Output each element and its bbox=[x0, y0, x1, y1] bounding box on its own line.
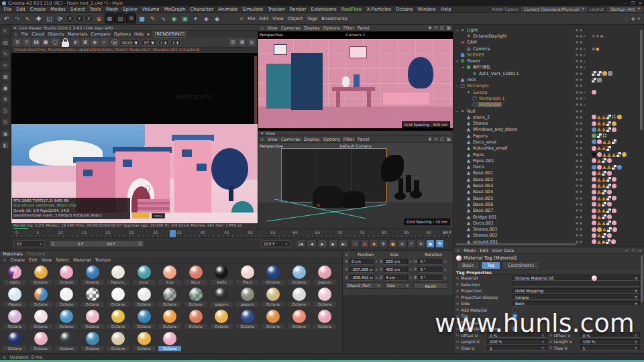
material-tag[interactable] bbox=[602, 190, 606, 194]
material-ball[interactable] bbox=[60, 288, 73, 301]
render-visibility-dot[interactable] bbox=[580, 122, 582, 125]
visibility-toggles[interactable] bbox=[576, 234, 592, 237]
stepper-icon[interactable]: ⬍ bbox=[409, 276, 412, 280]
material-tag[interactable] bbox=[592, 90, 596, 95]
editor-visibility-dot[interactable] bbox=[576, 216, 578, 219]
material-ball[interactable] bbox=[318, 310, 331, 323]
material-swatch-octane[interactable]: Octane bbox=[28, 265, 54, 287]
focus-picker-icon[interactable]: ◐ bbox=[72, 38, 80, 46]
render-visibility-dot[interactable] bbox=[580, 60, 582, 62]
panel-options-icon[interactable]: ▾ bbox=[637, 16, 640, 21]
object-name[interactable]: Base.001 bbox=[472, 170, 494, 176]
render-visibility-dot[interactable] bbox=[580, 110, 582, 113]
object-name[interactable]: Deco bbox=[472, 164, 486, 170]
visibility-toggles[interactable]: ✓ bbox=[576, 59, 592, 64]
render-visibility-dot[interactable] bbox=[580, 228, 582, 231]
play-button[interactable]: ▶ bbox=[317, 239, 327, 248]
restart-render-icon[interactable]: ⟳ bbox=[23, 38, 31, 46]
menu-x-particles[interactable]: X-Particles bbox=[364, 7, 393, 12]
toggle-view-icon[interactable]: ▣ bbox=[446, 25, 451, 31]
add-mograph-icon[interactable]: ◉ bbox=[169, 13, 179, 23]
attribute-scrollbar[interactable] bbox=[641, 255, 643, 302]
search-icon[interactable]: ◌ bbox=[625, 16, 629, 21]
material-ball[interactable] bbox=[60, 310, 73, 323]
visibility-toggles[interactable] bbox=[576, 128, 592, 131]
object-name[interactable]: Sweep bbox=[472, 90, 489, 95]
material-tag[interactable] bbox=[597, 221, 601, 225]
editor-visibility-dot[interactable] bbox=[576, 48, 578, 50]
visibility-toggles[interactable]: ✓ bbox=[576, 90, 592, 95]
material-tag[interactable] bbox=[622, 152, 627, 157]
editor-visibility-dot[interactable] bbox=[576, 97, 578, 100]
material-ball[interactable] bbox=[8, 310, 21, 323]
material-tag[interactable] bbox=[592, 171, 596, 176]
material-tag[interactable] bbox=[597, 121, 601, 125]
material-tag[interactable] bbox=[606, 239, 610, 244]
record-button[interactable]: ⊙ bbox=[351, 239, 360, 248]
range-grip-right[interactable] bbox=[139, 241, 142, 246]
object-row-octanedaylight[interactable]: ☀OctaneDaylight✓≈☀⊕ bbox=[453, 33, 644, 39]
material-ball[interactable] bbox=[34, 332, 48, 345]
projection-display-select[interactable]: Simple▼ bbox=[513, 294, 640, 300]
material-ball[interactable] bbox=[111, 265, 125, 279]
close-button[interactable]: ✕ bbox=[639, 1, 642, 5]
material-tag[interactable] bbox=[607, 140, 611, 144]
material-ball[interactable] bbox=[292, 265, 306, 279]
knife-tool-icon[interactable]: ✂ bbox=[1, 61, 9, 69]
menu-mograph[interactable]: MoGraph bbox=[162, 7, 188, 12]
object-row-bridge-001[interactable]: ▲Bridge.001 bbox=[453, 214, 644, 220]
material-tag[interactable] bbox=[597, 190, 601, 194]
tab-timeline[interactable]: Timeline bbox=[27, 251, 46, 257]
attr-menu-user-data[interactable]: User Data bbox=[492, 248, 514, 253]
editor-visibility-dot[interactable] bbox=[576, 209, 578, 212]
object-name[interactable]: Deco_west bbox=[472, 139, 498, 145]
material-tag[interactable] bbox=[597, 146, 601, 150]
material-swatch-octane[interactable]: Octane bbox=[235, 309, 261, 331]
material-tag[interactable] bbox=[607, 233, 612, 238]
object-row-deco-001[interactable]: ▲Deco.001 bbox=[453, 220, 644, 226]
position-field[interactable]: -287.358 cm bbox=[350, 267, 374, 273]
render-visibility-dot[interactable] bbox=[580, 54, 582, 56]
editor-visibility-dot[interactable] bbox=[576, 35, 578, 38]
material-ball[interactable] bbox=[111, 288, 125, 301]
material-tag[interactable] bbox=[592, 121, 596, 126]
object-name[interactable]: Base.003 bbox=[472, 183, 494, 188]
material-swatch-octane[interactable]: Octane bbox=[157, 309, 183, 331]
maximize-button[interactable]: ❐ bbox=[631, 1, 635, 5]
om-menu-object[interactable]: Object bbox=[288, 16, 303, 21]
close-icon[interactable]: ✕ bbox=[13, 25, 17, 30]
visibility-toggles[interactable]: ✓ bbox=[576, 52, 592, 57]
editor-visibility-dot[interactable] bbox=[576, 103, 578, 106]
settings-icon[interactable]: ⚙ bbox=[13, 38, 21, 46]
menu-render[interactable]: Render bbox=[287, 7, 309, 12]
orbit-view-icon[interactable]: ⟳ bbox=[434, 25, 438, 31]
material-tag[interactable] bbox=[602, 140, 606, 144]
editor-visibility-dot[interactable] bbox=[576, 128, 578, 131]
object-name[interactable]: Camera bbox=[472, 46, 492, 52]
material-swatch-octane[interactable]: Octane bbox=[54, 265, 80, 287]
hamburger-icon[interactable]: ≡ bbox=[456, 248, 460, 253]
history-forward-icon[interactable]: → bbox=[638, 248, 641, 253]
material-tag[interactable] bbox=[602, 133, 607, 138]
menu-realflow[interactable]: RealFlow bbox=[339, 7, 364, 12]
material-ball[interactable] bbox=[266, 265, 280, 279]
object-name[interactable]: OctaneDaylight bbox=[472, 34, 508, 39]
visibility-toggles[interactable] bbox=[576, 116, 592, 119]
stepper-icon[interactable]: ⬍ bbox=[443, 259, 446, 263]
render-visibility-dot[interactable] bbox=[580, 197, 582, 200]
menu-extensions[interactable]: Extensions bbox=[309, 7, 339, 12]
object-row-stairs-2[interactable]: ▲stairs_2 bbox=[453, 114, 644, 120]
material-tag[interactable] bbox=[602, 158, 606, 163]
vp-menu-panel[interactable]: Panel bbox=[358, 137, 370, 142]
prev-frame-button[interactable]: ◀ bbox=[307, 239, 317, 248]
material-tag[interactable] bbox=[592, 133, 596, 138]
material-swatch-octane[interactable]: Octane bbox=[131, 309, 158, 331]
size-field[interactable]: 250 cm bbox=[384, 259, 408, 265]
stepper-icon[interactable]: ⬍ bbox=[375, 276, 378, 280]
material-ball[interactable] bbox=[86, 332, 99, 345]
editor-visibility-dot[interactable] bbox=[576, 91, 578, 94]
tag-icon-s[interactable]: ☀ bbox=[596, 34, 599, 38]
stepper-icon[interactable]: ⬍ bbox=[409, 259, 412, 263]
material-tag[interactable] bbox=[592, 71, 596, 76]
material-tag[interactable] bbox=[612, 227, 617, 232]
